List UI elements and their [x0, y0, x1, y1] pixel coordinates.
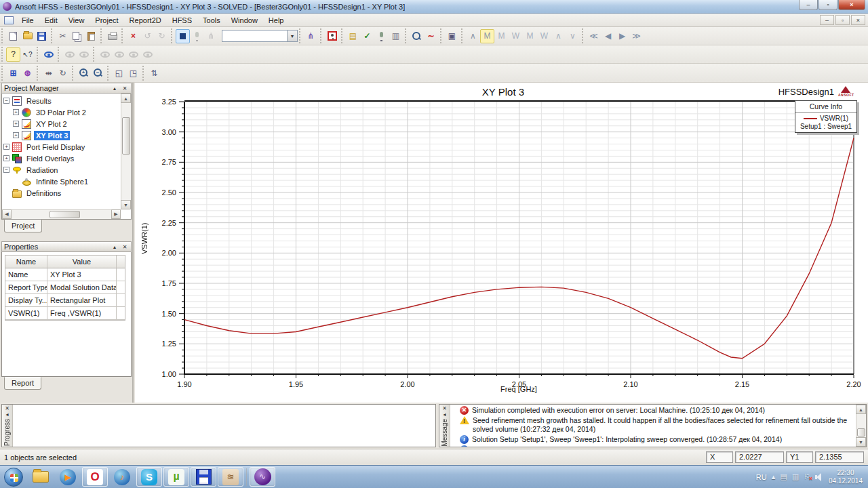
hide-selection-button[interactable]	[62, 47, 77, 62]
wave-4-button[interactable]: W	[509, 29, 523, 43]
message-item[interactable]: Seed refinement mesh growth has stalled.…	[460, 415, 854, 434]
save-utility-button[interactable]	[191, 467, 216, 487]
menu-report2d[interactable]: Report2D	[124, 15, 167, 26]
scrollbar-thumb[interactable]	[50, 211, 80, 218]
new-button[interactable]	[6, 29, 20, 43]
report-doc-button[interactable]: ▥	[389, 29, 403, 43]
ansoft-hfss-button[interactable]: ∿	[250, 467, 275, 487]
menu-hfss[interactable]: HFSS	[167, 15, 197, 26]
taskbar-clock[interactable]: 22:30 04.12.2014	[829, 469, 863, 485]
wave-6-button[interactable]: W	[537, 29, 551, 43]
panel-close-icon[interactable]: ✕	[5, 405, 9, 411]
menu-help[interactable]: Help	[263, 15, 290, 26]
scroll-right-icon[interactable]: ▶	[111, 209, 121, 219]
cut-button[interactable]: ✂	[56, 29, 70, 43]
scrollbar-thumb[interactable]	[857, 428, 865, 436]
windows-explorer-button[interactable]	[28, 467, 54, 487]
action-center-icon[interactable]: ▤	[780, 472, 787, 481]
mdi-document-icon[interactable]	[4, 16, 14, 24]
tree-vertical-scrollbar[interactable]: ▲ ▼	[121, 94, 131, 209]
volume-icon[interactable]	[815, 473, 824, 481]
tree-horizontal-scrollbar[interactable]: ◀ ▶	[2, 209, 121, 219]
delete-button[interactable]: ×	[126, 29, 140, 43]
start-button[interactable]	[1, 467, 26, 487]
menu-view[interactable]: View	[63, 15, 90, 26]
visibility-lock-3-button[interactable]	[126, 47, 140, 62]
tree-item-results[interactable]: −Results	[3, 95, 121, 106]
menu-file[interactable]: File	[16, 15, 39, 26]
volume-mixer-button[interactable]: ♪	[109, 467, 135, 487]
tree-item-field-overlays[interactable]: +Field Overlays	[3, 152, 121, 164]
scroll-up-icon[interactable]: ▲	[121, 94, 131, 103]
boolean-split-button[interactable]: ⊛	[20, 66, 35, 80]
property-value[interactable]: XY Plot 3	[47, 268, 117, 281]
wave-2-button[interactable]: M	[480, 29, 494, 43]
message-item[interactable]: ✕Simulation completed with execution err…	[460, 405, 854, 415]
restore-button[interactable]: ▫	[818, 0, 837, 10]
scroll-up-icon[interactable]: ▲	[856, 405, 866, 414]
scroll-down-icon[interactable]: ▼	[121, 200, 131, 209]
panel-undock-icon[interactable]: ◂	[443, 411, 446, 418]
zoom-in-button[interactable]: +	[77, 66, 91, 80]
visibility-lock-1-button[interactable]	[98, 47, 112, 62]
column-header[interactable]: Value	[47, 256, 117, 268]
nav-first-button[interactable]: ≪	[587, 29, 601, 43]
scrollbar-thumb[interactable]	[122, 117, 130, 155]
context-help-button[interactable]: ↖?	[20, 47, 35, 62]
plot-curve-button[interactable]: ∼	[424, 29, 438, 43]
column-header[interactable]: Name	[5, 256, 47, 268]
menu-tools[interactable]: Tools	[197, 15, 226, 26]
wave-7-button[interactable]: ∧	[551, 29, 566, 43]
rotate-view-button[interactable]: ↻	[56, 66, 70, 80]
paste-button[interactable]	[84, 29, 98, 43]
menu-window[interactable]: Window	[226, 15, 263, 26]
zoom-fit-button[interactable]: ◳	[126, 66, 140, 80]
scroll-down-icon[interactable]: ▼	[856, 437, 866, 447]
validate-check-button[interactable]: ✓	[360, 29, 374, 43]
visibility-lock-4-button[interactable]	[140, 47, 155, 62]
panel-undock-icon[interactable]: ◂	[5, 411, 8, 418]
xy-plot-canvas[interactable]: 1.001.251.501.752.002.252.502.753.003.25…	[135, 83, 868, 403]
message-scrollbar[interactable]: ▲ ▼	[856, 405, 866, 447]
panel-collapse-icon[interactable]: ▴	[111, 244, 119, 250]
panel-collapse-icon[interactable]: ▴	[111, 85, 119, 92]
message-item[interactable]: iNormal completion of simulation on serv…	[460, 445, 854, 447]
copy-report-button[interactable]: ▣	[445, 29, 459, 43]
tab-project[interactable]: Project	[4, 220, 42, 232]
open-button[interactable]	[20, 29, 35, 43]
nav-next-button[interactable]: ▶	[615, 29, 629, 43]
announce-button[interactable]	[374, 29, 389, 43]
collapse-icon[interactable]: −	[3, 167, 9, 173]
project-manager-header[interactable]: Project Manager ▴ ✕	[1, 83, 132, 94]
media-player-button[interactable]: ▶	[55, 467, 81, 487]
tree-item-xy-plot-3[interactable]: +XY Plot 3	[3, 129, 121, 141]
zoom-out-button[interactable]: −	[91, 66, 105, 80]
tab-report[interactable]: Report	[4, 377, 41, 390]
panel-close-icon[interactable]: ✕	[121, 85, 129, 92]
coordinate-axes-button[interactable]: ⇅	[147, 66, 161, 80]
mdi-minimize-button[interactable]: –	[820, 15, 834, 25]
close-button[interactable]: ×	[838, 0, 865, 10]
show-visibility-button[interactable]	[41, 47, 56, 62]
hierarchy-button[interactable]: ⋔	[304, 29, 318, 43]
flag-error-icon[interactable]: ⚐	[804, 472, 810, 481]
wave-8-button[interactable]: ∨	[566, 29, 580, 43]
analysis-doc-button[interactable]: ▤	[346, 29, 360, 43]
title-bar[interactable]: Ansoft HFSS - Bester3GOnly01 - HFSSDesig…	[0, 0, 868, 14]
zoom-tool-button[interactable]	[410, 29, 424, 43]
column-header[interactable]	[117, 256, 125, 268]
nav-prev-button[interactable]: ◀	[601, 29, 615, 43]
property-value[interactable]: Modal Solution Data	[47, 281, 117, 294]
wave-1-button[interactable]: ∧	[466, 29, 480, 43]
tree-item-radiation[interactable]: −Radiation	[3, 164, 121, 176]
skype-button[interactable]: S	[136, 467, 162, 487]
properties-header[interactable]: Properties ▴ ✕	[1, 241, 132, 252]
wave-5-button[interactable]: M	[523, 29, 537, 43]
undo-button[interactable]: ↺	[140, 29, 155, 43]
hidden-icons-arrow-icon[interactable]: ▴	[772, 472, 776, 481]
network-icon[interactable]: ▥	[792, 472, 799, 481]
expand-icon[interactable]: +	[13, 132, 19, 138]
minimize-button[interactable]: –	[799, 0, 818, 10]
validate-button[interactable]	[325, 29, 339, 43]
hide-all-button[interactable]	[77, 47, 91, 62]
